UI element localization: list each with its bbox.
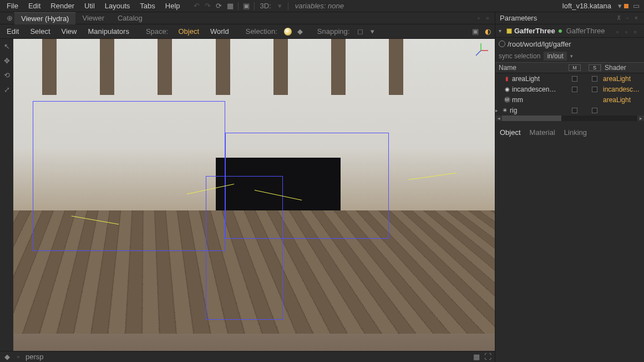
node-opt2-icon[interactable]: ◦ bbox=[625, 28, 632, 34]
render-icon[interactable]: ▦ bbox=[225, 1, 236, 12]
path-scope-icon[interactable] bbox=[499, 41, 505, 47]
viewer-menu-manipulators[interactable]: Manipulators bbox=[84, 26, 134, 37]
scroll-thumb[interactable] bbox=[502, 115, 561, 121]
status-expand-icon[interactable]: ⛶ bbox=[484, 353, 491, 361]
menu-render[interactable]: Render bbox=[46, 1, 79, 11]
col-name[interactable]: Name bbox=[495, 64, 569, 72]
menu-tabs[interactable]: Tabs bbox=[135, 1, 159, 11]
node-collapse-icon[interactable]: ▾ bbox=[499, 28, 504, 34]
mute-checkbox[interactable] bbox=[572, 76, 577, 82]
row-shader[interactable]: areaLight bbox=[601, 75, 644, 83]
sync-value[interactable]: in/out bbox=[544, 52, 566, 61]
solo-checkbox[interactable] bbox=[592, 108, 597, 113]
node-name[interactable]: GafferThree bbox=[514, 27, 555, 35]
viewer-tabs: ⊕ Viewer (Hydra) Viewer Catalog ◦ ▫ bbox=[0, 12, 495, 24]
filename[interactable]: loft_v18.katana bbox=[558, 2, 616, 10]
tab-viewer-hydra[interactable]: Viewer (Hydra) bbox=[14, 12, 75, 24]
col-solo[interactable]: S bbox=[589, 64, 601, 71]
viewer-menu-view[interactable]: View bbox=[57, 26, 82, 37]
camera-icon[interactable]: ▣ bbox=[241, 1, 252, 12]
viewport-canvas[interactable] bbox=[13, 39, 495, 351]
row-shader[interactable]: incandesc… bbox=[601, 86, 644, 93]
table-row[interactable]: ▸ ✳ rig bbox=[495, 105, 644, 115]
menu-util[interactable]: Util bbox=[80, 1, 99, 11]
mute-checkbox[interactable] bbox=[572, 87, 577, 92]
menubar-menus: File Edit Render Util Layouts Tabs Help bbox=[2, 1, 185, 11]
node-type-icon bbox=[506, 28, 512, 34]
status-grid-icon[interactable]: ▦ bbox=[473, 353, 480, 361]
tab-close-icon[interactable]: ▫ bbox=[484, 14, 491, 22]
status-link-icon[interactable]: ◦ bbox=[14, 353, 22, 361]
rotate-tool-icon[interactable]: ⟲ bbox=[2, 70, 12, 80]
menu-layouts[interactable]: Layouts bbox=[100, 1, 135, 11]
table-row[interactable]: ◉ incandescen… incandesc… bbox=[495, 84, 644, 94]
translate-tool-icon[interactable]: ✥ bbox=[2, 56, 12, 66]
menu-help[interactable]: Help bbox=[161, 1, 185, 11]
3d-mode-icon[interactable]: ▾ bbox=[275, 1, 286, 12]
messages-icon[interactable]: ▭ bbox=[631, 1, 642, 12]
solo-checkbox[interactable] bbox=[592, 87, 597, 92]
filename-dropdown-icon[interactable]: ▾ bbox=[618, 2, 622, 10]
parameters-header: Parameters ⊼ ▫ × bbox=[495, 12, 644, 24]
viewer-toolbar: Edit Select View Manipulators Space: Obj… bbox=[0, 24, 495, 39]
undo-icon[interactable]: ↶ bbox=[191, 1, 202, 12]
mute-checkbox[interactable] bbox=[572, 108, 577, 113]
subtab-object[interactable]: Object bbox=[500, 128, 521, 137]
scroll-right-icon[interactable]: ▸ bbox=[637, 115, 644, 121]
tab-catalog[interactable]: Catalog bbox=[111, 12, 149, 24]
select-tool-icon[interactable]: ↖ bbox=[2, 41, 12, 51]
node-path[interactable]: /root/world/lgt/gaffer bbox=[508, 40, 571, 48]
expand-icon[interactable]: ▸ bbox=[495, 108, 501, 113]
parameters-title: Parameters bbox=[500, 14, 537, 22]
row-label[interactable]: rig bbox=[509, 107, 569, 114]
selection-filter-icon[interactable]: ◆ bbox=[295, 27, 305, 37]
svg-line-2 bbox=[476, 51, 481, 56]
space-object-button[interactable]: Object bbox=[174, 26, 204, 37]
node-path-row: /root/world/lgt/gaffer bbox=[495, 38, 644, 50]
node-header: ▾ GafferThree GafferThree ◦ ◦ ▫ bbox=[495, 24, 644, 38]
tab-minimize-icon[interactable]: ◦ bbox=[475, 14, 483, 22]
selection-mode-icon[interactable] bbox=[283, 27, 293, 37]
refresh-icon[interactable]: ⟳ bbox=[214, 1, 225, 12]
viewport-camera-icon[interactable]: ▣ bbox=[470, 27, 480, 37]
menu-file[interactable]: File bbox=[2, 1, 23, 11]
table-hscroll[interactable]: ◂ ▸ bbox=[495, 115, 644, 121]
sync-selection-row: sync selection in/out ▾ bbox=[495, 50, 644, 62]
snapping-mode-icon[interactable]: ◻ bbox=[355, 27, 365, 37]
snapping-dropdown-icon[interactable]: ▾ bbox=[367, 27, 377, 37]
space-world-button[interactable]: World bbox=[206, 26, 234, 37]
viewer-menu-edit[interactable]: Edit bbox=[2, 26, 23, 37]
viewer-menu-select[interactable]: Select bbox=[26, 26, 54, 37]
panel-menu-icon[interactable]: ▫ bbox=[624, 15, 631, 22]
status-lock-icon[interactable]: ◆ bbox=[3, 353, 11, 361]
subtab-material[interactable]: Material bbox=[530, 128, 555, 137]
row-label[interactable]: areaLight bbox=[511, 75, 569, 83]
tab-viewer[interactable]: Viewer bbox=[75, 12, 111, 24]
node-opt3-icon[interactable]: ▫ bbox=[634, 28, 641, 34]
status-camera[interactable]: persp bbox=[26, 353, 44, 361]
lights-table-header: Name M S Shader bbox=[495, 62, 644, 73]
viewport-light-icon[interactable]: ◐ bbox=[483, 27, 493, 37]
col-mute[interactable]: M bbox=[569, 64, 581, 71]
sync-dropdown-icon[interactable]: ▾ bbox=[570, 53, 573, 59]
redo-icon[interactable]: ↷ bbox=[202, 1, 214, 12]
viewport-3d[interactable] bbox=[13, 39, 495, 351]
menu-edit[interactable]: Edit bbox=[24, 1, 45, 11]
panel-close-icon[interactable]: × bbox=[633, 15, 640, 22]
subtab-linking[interactable]: Linking bbox=[564, 128, 587, 137]
row-shader[interactable]: areaLight bbox=[601, 96, 644, 104]
node-opt1-icon[interactable]: ◦ bbox=[616, 28, 623, 34]
axis-gizmo-icon bbox=[473, 42, 489, 59]
solo-checkbox[interactable] bbox=[592, 76, 597, 82]
row-label[interactable]: mm bbox=[511, 96, 569, 104]
tab-add-icon[interactable]: ⊕ bbox=[4, 13, 14, 23]
scroll-left-icon[interactable]: ◂ bbox=[495, 115, 502, 121]
col-shader[interactable]: Shader bbox=[601, 64, 644, 72]
row-label[interactable]: incandescen… bbox=[511, 86, 569, 93]
table-row[interactable]: ▮ areaLight areaLight bbox=[495, 73, 644, 84]
table-row[interactable]: M mm areaLight bbox=[495, 94, 644, 105]
scale-tool-icon[interactable]: ⤢ bbox=[2, 84, 12, 94]
variables-label[interactable]: variables: none bbox=[291, 2, 348, 10]
node-edited-icon bbox=[559, 29, 562, 33]
panel-pin-icon[interactable]: ⊼ bbox=[615, 15, 622, 22]
